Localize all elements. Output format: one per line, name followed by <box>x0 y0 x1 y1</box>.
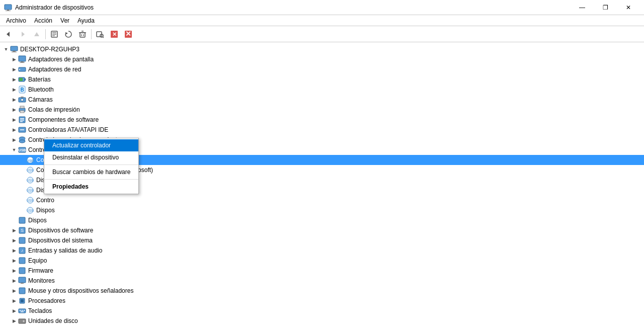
expander-icon[interactable]: ▶ <box>10 246 18 255</box>
tree-item-label: Dispos <box>28 217 47 224</box>
toolbar-error-button[interactable]: ✕ <box>108 28 121 41</box>
list-item[interactable]: ▶ Procesadores <box>0 296 644 306</box>
computer-icon <box>10 45 18 53</box>
expander-icon[interactable] <box>18 156 26 164</box>
list-item[interactable]: ▶ Monitores <box>0 276 644 286</box>
context-menu-desinstalar[interactable]: Desinstalar el dispositivo <box>44 151 138 163</box>
list-item[interactable]: USB Dispos <box>0 205 644 215</box>
svg-rect-68 <box>19 237 25 243</box>
list-item[interactable]: ▶ Componentes de software <box>0 115 644 125</box>
toolbar-scan-button[interactable] <box>94 28 107 41</box>
svg-text:USB: USB <box>27 159 34 162</box>
expander-icon[interactable] <box>18 176 26 184</box>
list-item[interactable]: ▶ Adaptadores de pantalla <box>0 54 644 64</box>
menu-accion[interactable]: Acción <box>30 16 56 25</box>
list-item[interactable]: ▶ Colas de impresión <box>0 105 644 115</box>
list-item[interactable]: ▶ Firmware <box>0 266 644 276</box>
svg-rect-65 <box>19 217 25 223</box>
expander-icon[interactable]: ▶ <box>10 236 18 244</box>
component-icon <box>18 116 26 124</box>
context-menu-separator-1 <box>44 164 138 165</box>
toolbar-remove-button[interactable]: ✕ <box>122 28 135 41</box>
usb-hub-icon: USB <box>26 156 34 164</box>
list-item[interactable]: ▶ Equipo <box>0 256 644 266</box>
toolbar-uninstall-button[interactable] <box>76 28 89 41</box>
context-menu-actualizar[interactable]: Actualizar controlador <box>44 139 138 151</box>
svg-rect-27 <box>21 61 24 62</box>
tree-root[interactable]: ▼ DESKTOP-R2GUHP3 <box>0 44 644 54</box>
svg-rect-71 <box>19 258 25 264</box>
expander-icon[interactable]: ▶ <box>10 65 18 73</box>
printer-icon <box>18 106 26 114</box>
expander-icon[interactable] <box>18 206 26 214</box>
svg-marker-4 <box>22 32 25 37</box>
toolbar-up-button[interactable] <box>30 28 43 41</box>
tree-item-label: Adaptadores de pantalla <box>28 56 94 63</box>
list-item[interactable]: ▶ Mouse y otros dispositivos señaladores <box>0 286 644 296</box>
menu-bar: Archivo Acción Ver Ayuda <box>0 15 644 26</box>
list-item[interactable]: ▶ Adaptadores de red <box>0 64 644 74</box>
toolbar-separator-2 <box>91 29 92 39</box>
expander-icon[interactable]: ▶ <box>10 317 18 325</box>
menu-ayuda[interactable]: Ayuda <box>73 16 99 25</box>
usb-controller-icon: USB <box>18 146 26 154</box>
list-item[interactable]: Dispos <box>0 215 644 225</box>
context-menu-propiedades[interactable]: Propiedades <box>44 181 138 193</box>
context-menu-buscar[interactable]: Buscar cambios de hardware <box>44 166 138 178</box>
toolbar-forward-button[interactable] <box>16 28 29 41</box>
toolbar-properties-button[interactable] <box>48 28 61 41</box>
device-icon <box>18 216 26 224</box>
list-item[interactable]: ▶ Controladoras ATA/ATAPI IDE <box>0 125 644 135</box>
toolbar-back-button[interactable] <box>2 28 15 41</box>
list-item[interactable]: USB Contro <box>0 195 644 205</box>
svg-rect-33 <box>19 78 23 81</box>
usb-device-icon: USB <box>26 196 34 204</box>
expander-icon[interactable] <box>10 216 18 224</box>
expander-icon[interactable]: ▶ <box>10 55 18 63</box>
expander-icon[interactable]: ▶ <box>10 226 18 234</box>
expander-icon[interactable]: ▶ <box>10 126 18 134</box>
svg-rect-41 <box>20 111 24 113</box>
expander-icon[interactable]: ▶ <box>10 75 18 84</box>
scan-icon <box>96 30 104 38</box>
tree-item-label: Colas de impresión <box>28 106 80 113</box>
expander-icon[interactable]: ▶ <box>10 287 18 295</box>
list-item[interactable]: ▶ S Dispositivos de software <box>0 225 644 235</box>
root-expander[interactable]: ▼ <box>2 45 10 53</box>
expander-icon[interactable]: ▶ <box>10 297 18 305</box>
expander-icon[interactable] <box>18 196 26 204</box>
expander-icon[interactable]: ▶ <box>10 277 18 285</box>
list-item[interactable]: ▶ Unidades de disco <box>0 316 644 326</box>
list-item[interactable]: ▶ ♪ Entradas y salidas de audio <box>0 245 644 256</box>
expander-icon[interactable]: ▶ <box>10 307 18 315</box>
expander-icon[interactable] <box>18 186 26 194</box>
tree-item-label: Equipo <box>28 257 47 264</box>
expander-icon[interactable]: ▶ <box>10 267 18 275</box>
close-button[interactable]: ✕ <box>617 0 640 15</box>
expander-icon[interactable]: ▶ <box>10 257 18 265</box>
error-icon: ✕ <box>110 30 118 38</box>
svg-rect-2 <box>6 11 11 11</box>
forward-icon <box>19 30 27 38</box>
expander-icon[interactable]: ▶ <box>10 86 18 94</box>
minimize-button[interactable]: — <box>571 0 594 15</box>
expander-icon[interactable] <box>18 166 26 174</box>
tree-item-label: Controladoras ATA/ATAPI IDE <box>28 126 108 133</box>
list-item[interactable]: ▶ Dispositivos del sistema <box>0 235 644 245</box>
list-item[interactable]: ▶ Teclados <box>0 306 644 316</box>
list-item[interactable]: ▶ Baterías <box>0 74 644 85</box>
svg-marker-5 <box>34 32 39 36</box>
expander-icon[interactable]: ▼ <box>10 146 18 154</box>
expander-icon[interactable]: ▶ <box>10 106 18 114</box>
expander-icon[interactable]: ▶ <box>10 116 18 124</box>
tree-item-label: Mouse y otros dispositivos señaladores <box>28 287 133 294</box>
list-item[interactable]: ▶ B Bluetooth <box>0 85 644 95</box>
menu-ver[interactable]: Ver <box>56 16 73 25</box>
tree-item-label: Dispositivos de software <box>28 227 93 234</box>
expander-icon[interactable]: ▶ <box>10 136 18 144</box>
expander-icon[interactable]: ▶ <box>10 96 18 104</box>
toolbar-update-button[interactable] <box>62 28 75 41</box>
menu-archivo[interactable]: Archivo <box>2 16 30 25</box>
list-item[interactable]: ▶ Cámaras <box>0 95 644 105</box>
maximize-button[interactable]: ❐ <box>594 0 617 15</box>
